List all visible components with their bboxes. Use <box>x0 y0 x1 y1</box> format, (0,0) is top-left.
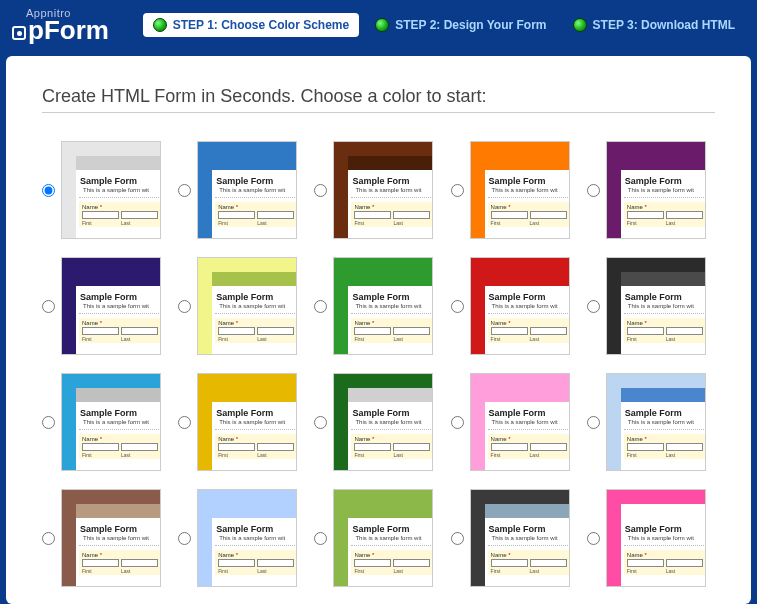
color-option[interactable]: Sample FormThis is a sample form witName… <box>314 373 442 471</box>
color-option[interactable]: Sample FormThis is a sample form witName… <box>42 489 170 587</box>
page-title: Create HTML Form in Seconds. Choose a co… <box>42 86 715 113</box>
color-option[interactable]: Sample FormThis is a sample form witName… <box>42 257 170 355</box>
color-option[interactable]: Sample FormThis is a sample form witName… <box>587 373 715 471</box>
color-radio[interactable] <box>314 416 327 429</box>
color-radio[interactable] <box>42 300 55 313</box>
swatch-header <box>212 272 297 286</box>
color-radio[interactable] <box>587 416 600 429</box>
color-radio[interactable] <box>314 532 327 545</box>
swatch-subtitle: This is a sample form wit <box>79 187 161 198</box>
swatch-title: Sample Form <box>348 402 433 419</box>
color-option[interactable]: Sample FormThis is a sample form witName… <box>587 257 715 355</box>
color-option[interactable]: Sample FormThis is a sample form witName… <box>451 489 579 587</box>
color-option[interactable]: Sample FormThis is a sample form witName… <box>42 373 170 471</box>
color-radio[interactable] <box>178 416 191 429</box>
color-swatch[interactable]: Sample FormThis is a sample form witName… <box>197 141 297 239</box>
swatch-subtitle: This is a sample form wit <box>215 535 297 546</box>
wizard-steps: STEP 1: Choose Color SchemeSTEP 2: Desig… <box>143 13 745 37</box>
color-option[interactable]: Sample FormThis is a sample form witName… <box>587 489 715 587</box>
color-swatch[interactable]: Sample FormThis is a sample form witName… <box>61 489 161 587</box>
swatch-title: Sample Form <box>621 402 706 419</box>
color-swatch[interactable]: Sample FormThis is a sample form witName… <box>333 373 433 471</box>
swatch-field: Name *FirstLast <box>488 202 570 227</box>
swatch-header <box>76 388 161 402</box>
color-radio[interactable] <box>587 532 600 545</box>
color-option[interactable]: Sample FormThis is a sample form witName… <box>314 257 442 355</box>
color-swatch[interactable]: Sample FormThis is a sample form witName… <box>606 141 706 239</box>
color-swatch[interactable]: Sample FormThis is a sample form witName… <box>197 373 297 471</box>
swatch-field: Name *FirstLast <box>351 550 433 575</box>
swatch-header <box>348 388 433 402</box>
color-radio[interactable] <box>178 300 191 313</box>
swatch-header <box>348 156 433 170</box>
logo: Appnitro pForm <box>12 8 109 43</box>
color-radio[interactable] <box>314 184 327 197</box>
swatch-header <box>485 504 570 518</box>
wizard-step-2[interactable]: STEP 2: Design Your Form <box>365 13 556 37</box>
color-swatch[interactable]: Sample FormThis is a sample form witName… <box>470 489 570 587</box>
swatch-subtitle: This is a sample form wit <box>488 303 570 314</box>
color-radio[interactable] <box>587 184 600 197</box>
color-radio[interactable] <box>178 532 191 545</box>
swatch-subtitle: This is a sample form wit <box>624 187 706 198</box>
color-radio[interactable] <box>178 184 191 197</box>
color-swatch[interactable]: Sample FormThis is a sample form witName… <box>333 489 433 587</box>
color-swatch[interactable]: Sample FormThis is a sample form witName… <box>470 257 570 355</box>
color-swatch[interactable]: Sample FormThis is a sample form witName… <box>606 489 706 587</box>
color-swatch[interactable]: Sample FormThis is a sample form witName… <box>333 257 433 355</box>
color-radio[interactable] <box>314 300 327 313</box>
swatch-title: Sample Form <box>212 402 297 419</box>
color-radio[interactable] <box>587 300 600 313</box>
color-radio[interactable] <box>451 416 464 429</box>
swatch-field: Name *FirstLast <box>624 202 706 227</box>
logo-text: pForm <box>28 17 109 43</box>
swatch-field: Name *FirstLast <box>624 550 706 575</box>
color-radio[interactable] <box>42 532 55 545</box>
color-radio[interactable] <box>451 532 464 545</box>
swatch-title: Sample Form <box>621 286 706 303</box>
color-swatch[interactable]: Sample FormThis is a sample form witName… <box>197 257 297 355</box>
color-option[interactable]: Sample FormThis is a sample form witName… <box>451 141 579 239</box>
color-swatch[interactable]: Sample FormThis is a sample form witName… <box>606 257 706 355</box>
app-header: Appnitro pForm STEP 1: Choose Color Sche… <box>0 0 757 50</box>
swatch-subtitle: This is a sample form wit <box>351 535 433 546</box>
swatch-field: Name *FirstLast <box>351 202 433 227</box>
color-option[interactable]: Sample FormThis is a sample form witName… <box>178 141 306 239</box>
color-radio[interactable] <box>451 300 464 313</box>
color-swatch[interactable]: Sample FormThis is a sample form witName… <box>470 141 570 239</box>
wizard-step-3[interactable]: STEP 3: Download HTML <box>563 13 745 37</box>
swatch-title: Sample Form <box>348 518 433 535</box>
color-radio[interactable] <box>42 416 55 429</box>
swatch-field: Name *FirstLast <box>624 434 706 459</box>
color-swatch[interactable]: Sample FormThis is a sample form witName… <box>197 489 297 587</box>
color-option[interactable]: Sample FormThis is a sample form witName… <box>42 141 170 239</box>
swatch-header <box>621 156 706 170</box>
swatch-header <box>485 156 570 170</box>
swatch-subtitle: This is a sample form wit <box>215 303 297 314</box>
color-option[interactable]: Sample FormThis is a sample form witName… <box>314 489 442 587</box>
color-option[interactable]: Sample FormThis is a sample form witName… <box>178 489 306 587</box>
swatch-header <box>348 272 433 286</box>
color-swatch[interactable]: Sample FormThis is a sample form witName… <box>61 373 161 471</box>
color-option[interactable]: Sample FormThis is a sample form witName… <box>451 373 579 471</box>
color-option[interactable]: Sample FormThis is a sample form witName… <box>587 141 715 239</box>
step-dot-icon <box>153 18 167 32</box>
swatch-field: Name *FirstLast <box>488 434 570 459</box>
color-swatch[interactable]: Sample FormThis is a sample form witName… <box>61 257 161 355</box>
color-radio[interactable] <box>42 184 55 197</box>
color-radio[interactable] <box>451 184 464 197</box>
color-option[interactable]: Sample FormThis is a sample form witName… <box>451 257 579 355</box>
color-swatch[interactable]: Sample FormThis is a sample form witName… <box>333 141 433 239</box>
color-option[interactable]: Sample FormThis is a sample form witName… <box>314 141 442 239</box>
color-option[interactable]: Sample FormThis is a sample form witName… <box>178 373 306 471</box>
color-option[interactable]: Sample FormThis is a sample form witName… <box>178 257 306 355</box>
swatch-title: Sample Form <box>212 518 297 535</box>
swatch-subtitle: This is a sample form wit <box>351 187 433 198</box>
wizard-step-1[interactable]: STEP 1: Choose Color Scheme <box>143 13 360 37</box>
step-dot-icon <box>375 18 389 32</box>
swatch-title: Sample Form <box>76 518 161 535</box>
swatch-title: Sample Form <box>212 286 297 303</box>
color-swatch[interactable]: Sample FormThis is a sample form witName… <box>470 373 570 471</box>
color-swatch[interactable]: Sample FormThis is a sample form witName… <box>606 373 706 471</box>
color-swatch[interactable]: Sample FormThis is a sample form witName… <box>61 141 161 239</box>
